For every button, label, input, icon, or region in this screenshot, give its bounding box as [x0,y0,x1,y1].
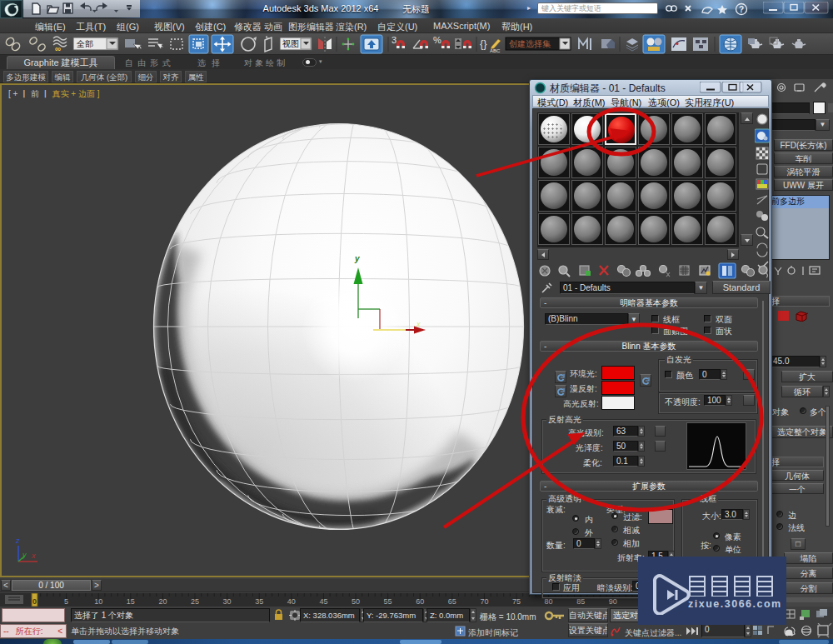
svg-text:10: 10 [94,597,102,606]
svg-text:[ + ▏ 前 ▏ 真实 + 边面 ]: [ + ▏ 前 ▏ 真实 + 边面 ] [8,89,100,98]
svg-text:65: 65 [448,597,456,606]
svg-text:30: 30 [223,597,232,606]
svg-text:0: 0 [32,597,37,606]
svg-text:y: y [354,254,360,263]
svg-text:全部: 全部 [76,39,93,48]
svg-text:15: 15 [127,597,135,606]
svg-text:70: 70 [480,597,488,606]
svg-text:55: 55 [384,597,392,606]
svg-text:35: 35 [255,597,263,606]
svg-text:?: ? [739,5,744,14]
svg-text:视图: 视图 [282,39,299,48]
svg-text:40: 40 [287,597,296,606]
svg-text:5: 5 [64,597,68,606]
svg-text:创建选择集: 创建选择集 [509,39,551,48]
svg-text:25: 25 [191,597,199,606]
svg-text:20: 20 [158,597,167,606]
svg-text:%: % [433,35,441,45]
svg-text:50: 50 [352,597,360,606]
svg-text:∞: ∞ [55,44,61,53]
svg-text:3: 3 [392,35,397,45]
svg-text:y: y [22,551,27,559]
svg-text:75: 75 [512,597,521,606]
svg-text:x: x [416,320,421,328]
svg-text:45: 45 [319,597,327,606]
svg-text:60: 60 [416,597,424,606]
svg-text:{}: {} [480,37,487,50]
svg-text:z: z [15,537,20,545]
svg-text:ABC: ABC [490,48,501,53]
svg-text:x: x [31,552,36,560]
